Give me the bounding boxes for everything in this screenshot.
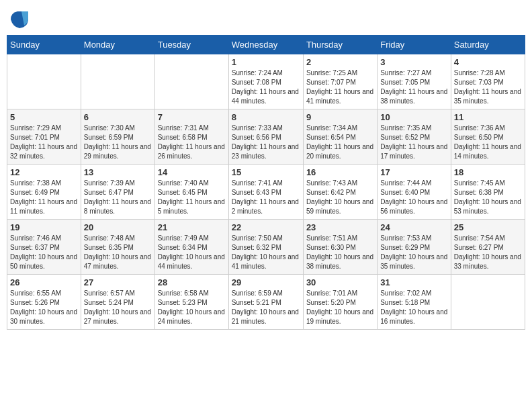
- calendar-body: 1Sunrise: 7:24 AMSunset: 7:08 PMDaylight…: [7, 54, 525, 330]
- logo-icon: [9, 9, 30, 30]
- calendar-cell: 17Sunrise: 7:44 AMSunset: 6:40 PMDayligh…: [378, 165, 451, 220]
- day-info: Sunrise: 7:39 AMSunset: 6:47 PMDaylight:…: [84, 179, 152, 216]
- calendar-cell: 27Sunrise: 6:57 AMSunset: 5:24 PMDayligh…: [81, 275, 154, 330]
- day-number: 6: [84, 112, 152, 122]
- calendar-week-3: 12Sunrise: 7:38 AMSunset: 6:49 PMDayligh…: [7, 165, 525, 220]
- day-number: 30: [306, 277, 374, 287]
- calendar-cell: 5Sunrise: 7:29 AMSunset: 7:01 PMDaylight…: [7, 109, 81, 165]
- calendar-cell: 8Sunrise: 7:33 AMSunset: 6:56 PMDaylight…: [228, 109, 303, 165]
- calendar-cell: 22Sunrise: 7:50 AMSunset: 6:32 PMDayligh…: [228, 220, 303, 275]
- day-info: Sunrise: 7:45 AMSunset: 6:38 PMDaylight:…: [454, 179, 522, 216]
- day-number: 18: [454, 167, 522, 177]
- day-number: 19: [10, 222, 78, 232]
- calendar-cell: [81, 54, 154, 109]
- day-info: Sunrise: 7:27 AMSunset: 7:05 PMDaylight:…: [380, 68, 448, 106]
- day-info: Sunrise: 7:29 AMSunset: 7:01 PMDaylight:…: [10, 124, 78, 161]
- day-info: Sunrise: 7:46 AMSunset: 6:37 PMDaylight:…: [10, 234, 78, 271]
- day-number: 22: [232, 222, 300, 232]
- day-number: 17: [380, 167, 448, 177]
- day-number: 24: [380, 222, 448, 232]
- calendar-week-5: 26Sunrise: 6:55 AMSunset: 5:26 PMDayligh…: [7, 275, 525, 330]
- day-number: 9: [306, 112, 374, 122]
- day-number: 11: [454, 112, 522, 122]
- weekday-header-sunday: Sunday: [7, 36, 81, 54]
- weekday-header-friday: Friday: [378, 36, 451, 54]
- day-number: 28: [158, 277, 226, 287]
- calendar-cell: 14Sunrise: 7:40 AMSunset: 6:45 PMDayligh…: [154, 165, 228, 220]
- day-number: 25: [454, 222, 522, 232]
- calendar-cell: 25Sunrise: 7:54 AMSunset: 6:27 PMDayligh…: [451, 220, 525, 275]
- page-header: [7, 7, 525, 30]
- day-info: Sunrise: 7:44 AMSunset: 6:40 PMDaylight:…: [380, 179, 448, 216]
- day-info: Sunrise: 7:34 AMSunset: 6:54 PMDaylight:…: [306, 124, 374, 161]
- calendar-cell: 18Sunrise: 7:45 AMSunset: 6:38 PMDayligh…: [451, 165, 525, 220]
- weekday-header-wednesday: Wednesday: [228, 36, 303, 54]
- calendar-cell: 2Sunrise: 7:25 AMSunset: 7:07 PMDaylight…: [303, 54, 377, 109]
- day-number: 3: [380, 57, 448, 67]
- calendar-cell: 4Sunrise: 7:28 AMSunset: 7:03 PMDaylight…: [451, 54, 525, 109]
- day-number: 10: [380, 112, 448, 122]
- weekday-header-thursday: Thursday: [303, 36, 377, 54]
- day-number: 20: [84, 222, 152, 232]
- calendar-cell: 15Sunrise: 7:41 AMSunset: 6:43 PMDayligh…: [228, 165, 303, 220]
- calendar-cell: 16Sunrise: 7:43 AMSunset: 6:42 PMDayligh…: [303, 165, 377, 220]
- day-number: 27: [84, 277, 152, 287]
- calendar-week-2: 5Sunrise: 7:29 AMSunset: 7:01 PMDaylight…: [7, 109, 525, 165]
- day-number: 1: [232, 57, 300, 67]
- calendar-cell: 21Sunrise: 7:49 AMSunset: 6:34 PMDayligh…: [154, 220, 228, 275]
- day-number: 8: [232, 112, 300, 122]
- day-info: Sunrise: 6:55 AMSunset: 5:26 PMDaylight:…: [10, 289, 78, 326]
- calendar-week-1: 1Sunrise: 7:24 AMSunset: 7:08 PMDaylight…: [7, 54, 525, 109]
- day-info: Sunrise: 7:30 AMSunset: 6:59 PMDaylight:…: [84, 124, 152, 161]
- calendar-header-row: SundayMondayTuesdayWednesdayThursdayFrid…: [7, 36, 525, 54]
- day-info: Sunrise: 7:25 AMSunset: 7:07 PMDaylight:…: [306, 68, 374, 106]
- day-info: Sunrise: 6:57 AMSunset: 5:24 PMDaylight:…: [84, 289, 152, 326]
- calendar-cell: 31Sunrise: 7:02 AMSunset: 5:18 PMDayligh…: [378, 275, 451, 330]
- calendar-cell: [7, 54, 81, 109]
- day-number: 26: [10, 277, 78, 287]
- calendar-cell: 9Sunrise: 7:34 AMSunset: 6:54 PMDaylight…: [303, 109, 377, 165]
- calendar-cell: [154, 54, 228, 109]
- day-number: 21: [158, 222, 226, 232]
- day-info: Sunrise: 7:28 AMSunset: 7:03 PMDaylight:…: [454, 68, 522, 106]
- day-info: Sunrise: 7:49 AMSunset: 6:34 PMDaylight:…: [158, 234, 226, 271]
- calendar-cell: 13Sunrise: 7:39 AMSunset: 6:47 PMDayligh…: [81, 165, 154, 220]
- day-info: Sunrise: 7:53 AMSunset: 6:29 PMDaylight:…: [380, 234, 448, 271]
- weekday-header-monday: Monday: [81, 36, 154, 54]
- weekday-header-tuesday: Tuesday: [154, 36, 228, 54]
- calendar-cell: 26Sunrise: 6:55 AMSunset: 5:26 PMDayligh…: [7, 275, 81, 330]
- weekday-header-saturday: Saturday: [451, 36, 525, 54]
- day-number: 13: [84, 167, 152, 177]
- day-info: Sunrise: 6:58 AMSunset: 5:23 PMDaylight:…: [158, 289, 226, 326]
- day-info: Sunrise: 7:36 AMSunset: 6:50 PMDaylight:…: [454, 124, 522, 161]
- day-info: Sunrise: 7:50 AMSunset: 6:32 PMDaylight:…: [232, 234, 300, 271]
- calendar-cell: 23Sunrise: 7:51 AMSunset: 6:30 PMDayligh…: [303, 220, 377, 275]
- day-info: Sunrise: 7:54 AMSunset: 6:27 PMDaylight:…: [454, 234, 522, 271]
- day-info: Sunrise: 7:51 AMSunset: 6:30 PMDaylight:…: [306, 234, 374, 271]
- calendar-cell: 30Sunrise: 7:01 AMSunset: 5:20 PMDayligh…: [303, 275, 377, 330]
- day-info: Sunrise: 7:38 AMSunset: 6:49 PMDaylight:…: [10, 179, 78, 216]
- day-number: 12: [10, 167, 78, 177]
- calendar-cell: 19Sunrise: 7:46 AMSunset: 6:37 PMDayligh…: [7, 220, 81, 275]
- day-info: Sunrise: 7:01 AMSunset: 5:20 PMDaylight:…: [306, 289, 374, 326]
- calendar-table: SundayMondayTuesdayWednesdayThursdayFrid…: [7, 35, 525, 330]
- calendar-cell: 10Sunrise: 7:35 AMSunset: 6:52 PMDayligh…: [378, 109, 451, 165]
- calendar-cell: 3Sunrise: 7:27 AMSunset: 7:05 PMDaylight…: [378, 54, 451, 109]
- day-number: 4: [454, 57, 522, 67]
- day-info: Sunrise: 7:43 AMSunset: 6:42 PMDaylight:…: [306, 179, 374, 216]
- day-number: 14: [158, 167, 226, 177]
- day-info: Sunrise: 7:48 AMSunset: 6:35 PMDaylight:…: [84, 234, 152, 271]
- calendar-cell: 1Sunrise: 7:24 AMSunset: 7:08 PMDaylight…: [228, 54, 303, 109]
- day-info: Sunrise: 7:33 AMSunset: 6:56 PMDaylight:…: [232, 124, 300, 161]
- calendar-cell: 28Sunrise: 6:58 AMSunset: 5:23 PMDayligh…: [154, 275, 228, 330]
- day-number: 29: [232, 277, 300, 287]
- day-info: Sunrise: 7:24 AMSunset: 7:08 PMDaylight:…: [232, 68, 300, 106]
- calendar-cell: 6Sunrise: 7:30 AMSunset: 6:59 PMDaylight…: [81, 109, 154, 165]
- calendar-cell: 24Sunrise: 7:53 AMSunset: 6:29 PMDayligh…: [378, 220, 451, 275]
- day-number: 5: [10, 112, 78, 122]
- day-info: Sunrise: 7:31 AMSunset: 6:58 PMDaylight:…: [158, 124, 226, 161]
- logo: [9, 9, 31, 30]
- calendar-cell: 20Sunrise: 7:48 AMSunset: 6:35 PMDayligh…: [81, 220, 154, 275]
- day-number: 23: [306, 222, 374, 232]
- day-number: 2: [306, 57, 374, 67]
